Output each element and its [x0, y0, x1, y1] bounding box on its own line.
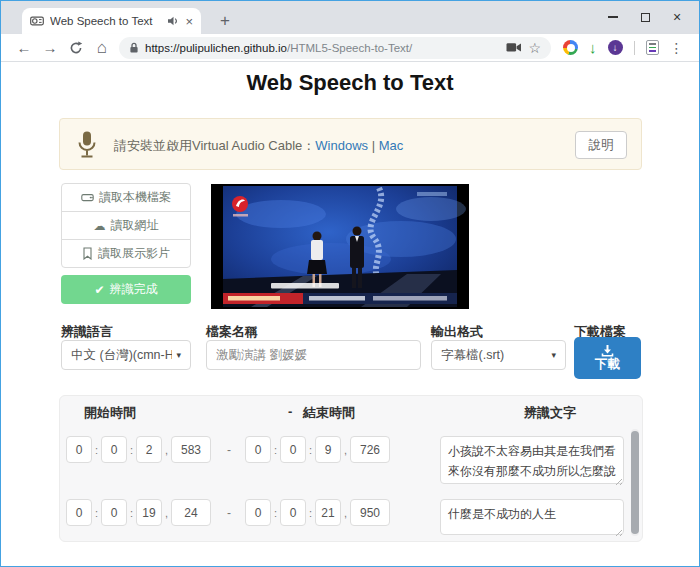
- start-second-input[interactable]: [136, 436, 162, 463]
- filename-field-wrap: [206, 340, 421, 370]
- browser-tab[interactable]: Web Speech to Text ×: [22, 8, 201, 34]
- alert-message: 請安裝並啟用Virtual Audio Cable：Windows | Mac: [114, 137, 403, 155]
- recognized-text-area[interactable]: 小孩說不太容易由其是在我們看來你沒有那麼不成功所以怎麼說: [440, 436, 624, 484]
- start-hour-input[interactable]: [66, 499, 92, 526]
- table-row: : : , - : : , 什麼是不成: [66, 499, 628, 559]
- tab-close-icon[interactable]: ×: [185, 14, 193, 29]
- reload-icon[interactable]: [63, 41, 89, 55]
- table-header: 開始時間 - 結束時間 辨識文字: [60, 396, 642, 426]
- scrollbar-thumb[interactable]: [631, 431, 639, 534]
- home-icon[interactable]: ⌂: [89, 38, 115, 58]
- tab-strip: Web Speech to Text × + ×: [1, 1, 699, 34]
- end-millis-input[interactable]: [350, 499, 390, 526]
- camera-icon[interactable]: [506, 42, 522, 53]
- chevron-down-icon: ▾: [551, 350, 556, 360]
- end-time-group: : : ,: [245, 436, 390, 463]
- bookmark-icon: [82, 247, 93, 260]
- end-second-input[interactable]: [315, 436, 341, 463]
- extension-separator: [634, 41, 635, 55]
- browser-toolbar: ← → ⌂ https://pulipulichen.github.io/HTM…: [1, 34, 699, 62]
- maximize-icon: [641, 13, 650, 22]
- start-millis-input[interactable]: [171, 436, 211, 463]
- purple-download-extension-icon[interactable]: ↓: [608, 40, 623, 55]
- load-local-file-button[interactable]: 讀取本機檔案: [61, 183, 191, 212]
- notes-extension-icon[interactable]: [646, 40, 659, 55]
- start-second-input[interactable]: [136, 499, 162, 526]
- help-button[interactable]: 說明: [575, 131, 627, 159]
- lock-icon: [129, 42, 139, 54]
- window-close-button[interactable]: ×: [661, 5, 693, 29]
- start-minute-input[interactable]: [101, 499, 127, 526]
- start-time-group: : : ,: [66, 436, 211, 463]
- back-icon[interactable]: ←: [11, 39, 37, 56]
- recognition-done-button[interactable]: ✔ 辨識完成: [61, 275, 191, 304]
- bookmark-star-icon[interactable]: ☆: [528, 40, 541, 56]
- header-end-time: 結束時間: [303, 404, 355, 422]
- page-viewport: Web Speech to Text 請安裝並啟用Virtual Audio C…: [1, 62, 699, 566]
- download-arrow-extension-icon[interactable]: ↓: [589, 39, 597, 56]
- end-millis-input[interactable]: [350, 436, 390, 463]
- table-scrollbar[interactable]: [631, 429, 639, 536]
- tab-audio-icon[interactable]: [167, 16, 179, 26]
- address-bar[interactable]: https://pulipulichen.github.io/HTML5-Spe…: [119, 37, 551, 59]
- forward-icon[interactable]: →: [37, 39, 63, 56]
- end-second-input[interactable]: [315, 499, 341, 526]
- page-title: Web Speech to Text: [1, 70, 699, 96]
- filename-input[interactable]: [216, 348, 411, 362]
- load-demo-video-button[interactable]: 讀取展示影片: [61, 239, 191, 268]
- download-icon: [601, 344, 614, 357]
- range-dash: -: [227, 436, 231, 457]
- end-hour-input[interactable]: [245, 436, 271, 463]
- end-time-group: : : ,: [245, 499, 390, 526]
- load-url-button[interactable]: ☁ 讀取網址: [61, 211, 191, 240]
- end-hour-input[interactable]: [245, 499, 271, 526]
- range-dash: -: [227, 499, 231, 520]
- end-minute-input[interactable]: [280, 499, 306, 526]
- microphone-icon: [76, 130, 98, 164]
- recognized-text-area[interactable]: 什麼是不成功的人生: [440, 499, 624, 535]
- check-icon: ✔: [94, 283, 104, 297]
- window-maximize-button[interactable]: [629, 5, 661, 29]
- windows-link[interactable]: Windows: [315, 138, 368, 153]
- results-table: 開始時間 - 結束時間 辨識文字 : : , -: [59, 395, 643, 542]
- table-row: : : , - : : , 小孩說不太: [66, 436, 628, 496]
- format-select[interactable]: 字幕檔(.srt) ▾: [431, 340, 566, 370]
- start-millis-input[interactable]: [171, 499, 211, 526]
- new-tab-button[interactable]: +: [213, 9, 237, 33]
- url-host: https://pulipulichen.github.io: [145, 42, 287, 54]
- filename-label: 檔案名稱: [206, 323, 258, 341]
- language-label: 辨識語言: [61, 323, 113, 341]
- url-path: /HTML5-Speech-to-Text/: [287, 42, 412, 54]
- start-time-group: : : ,: [66, 499, 211, 526]
- language-select[interactable]: 中文 (台灣)(cmn-Ha ▾: [61, 340, 191, 370]
- header-start-time: 開始時間: [84, 404, 136, 422]
- start-minute-input[interactable]: [101, 436, 127, 463]
- format-label: 輸出格式: [431, 323, 483, 341]
- browser-menu-icon[interactable]: ⋮: [670, 40, 684, 56]
- chevron-down-icon: ▾: [176, 350, 181, 360]
- video-player[interactable]: [211, 184, 469, 309]
- cloud-icon: ☁: [94, 219, 106, 233]
- header-recognized-text: 辨識文字: [524, 404, 576, 422]
- header-dash: -: [288, 404, 292, 419]
- speedtest-extension-icon[interactable]: [563, 40, 578, 55]
- url-text[interactable]: https://pulipulichen.github.io/HTML5-Spe…: [145, 42, 500, 54]
- start-hour-input[interactable]: [66, 436, 92, 463]
- tab-title: Web Speech to Text: [50, 15, 161, 27]
- window-minimize-button[interactable]: [597, 5, 629, 29]
- hdd-icon: [81, 191, 94, 204]
- minimize-icon: [608, 16, 618, 18]
- favicon-projector-icon: [30, 15, 44, 27]
- virtual-audio-cable-alert: 請安裝並啟用Virtual Audio Cable：Windows | Mac …: [59, 118, 642, 170]
- mac-link[interactable]: Mac: [379, 138, 404, 153]
- download-button[interactable]: 下載: [574, 337, 641, 379]
- end-minute-input[interactable]: [280, 436, 306, 463]
- browser-window: Web Speech to Text × + × ← → ⌂ https://p…: [0, 0, 700, 567]
